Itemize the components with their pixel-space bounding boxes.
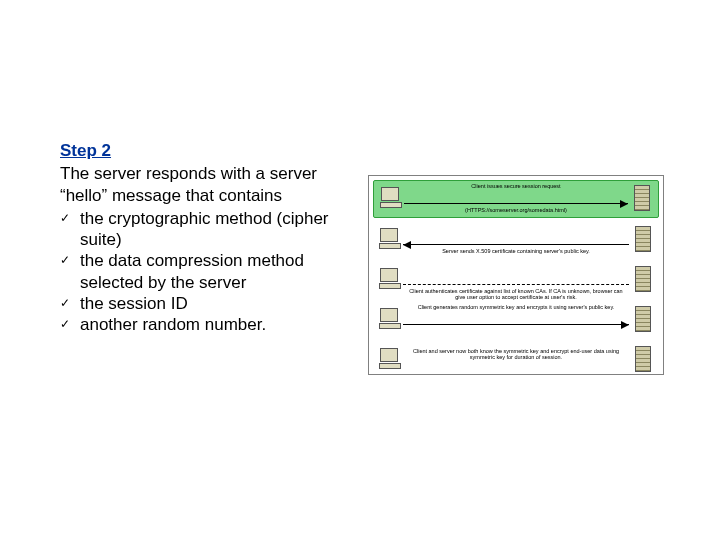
bullet-text: the data compression method selected by … bbox=[80, 250, 350, 293]
lane-caption: Client authenticates certificate against… bbox=[405, 288, 627, 300]
check-icon: ✓ bbox=[60, 293, 80, 314]
bullet-list: ✓ the cryptographic method (cipher suite… bbox=[60, 208, 350, 336]
client-computer-icon bbox=[380, 187, 400, 207]
diagram-lane-4: Client generates random symmetric key an… bbox=[373, 302, 659, 338]
bullet-item: ✓ the session ID bbox=[60, 293, 350, 314]
lane-caption: Client generates random symmetric key an… bbox=[405, 304, 627, 310]
bullet-item: ✓ the cryptographic method (cipher suite… bbox=[60, 208, 350, 251]
lane-caption: Client issues secure session request bbox=[406, 183, 626, 189]
check-icon: ✓ bbox=[60, 250, 80, 271]
server-rack-icon bbox=[632, 187, 652, 207]
arrow-line bbox=[403, 244, 629, 245]
client-computer-icon bbox=[379, 268, 399, 288]
client-computer-icon bbox=[379, 348, 399, 368]
text-column: Step 2 The server responds with a server… bbox=[60, 140, 350, 335]
check-icon: ✓ bbox=[60, 208, 80, 229]
intro-text: The server responds with a server “hello… bbox=[60, 163, 350, 206]
bullet-item: ✓ another random number. bbox=[60, 314, 350, 335]
diagram-lane-1: Client issues secure session request (HT… bbox=[373, 180, 659, 218]
server-rack-icon bbox=[633, 228, 653, 248]
bullet-text: the cryptographic method (cipher suite) bbox=[80, 208, 350, 251]
diagram-lane-2: Server sends X.509 certificate containin… bbox=[373, 222, 659, 258]
check-icon: ✓ bbox=[60, 314, 80, 335]
bullet-item: ✓ the data compression method selected b… bbox=[60, 250, 350, 293]
diagram-lane-5: Client and server now both know the symm… bbox=[373, 342, 659, 372]
dashed-line bbox=[403, 284, 629, 285]
server-rack-icon bbox=[633, 268, 653, 288]
client-computer-icon bbox=[379, 308, 399, 328]
arrow-right-icon bbox=[621, 321, 629, 329]
lane-caption: (HTTPS://someserver.org/somedata.html) bbox=[406, 207, 626, 213]
ssl-handshake-diagram: Client issues secure session request (HT… bbox=[368, 175, 664, 375]
arrow-line bbox=[403, 324, 629, 325]
step-title: Step 2 bbox=[60, 140, 350, 161]
diagram-lane-3: Client authenticates certificate against… bbox=[373, 262, 659, 298]
arrow-line bbox=[404, 203, 628, 204]
lane-caption: Server sends X.509 certificate containin… bbox=[405, 248, 627, 254]
bullet-text: another random number. bbox=[80, 314, 350, 335]
server-rack-icon bbox=[633, 308, 653, 328]
client-computer-icon bbox=[379, 228, 399, 248]
server-rack-icon bbox=[633, 348, 653, 368]
lane-caption: Client and server now both know the symm… bbox=[405, 348, 627, 360]
slide: Step 2 The server responds with a server… bbox=[0, 0, 720, 540]
bullet-text: the session ID bbox=[80, 293, 350, 314]
